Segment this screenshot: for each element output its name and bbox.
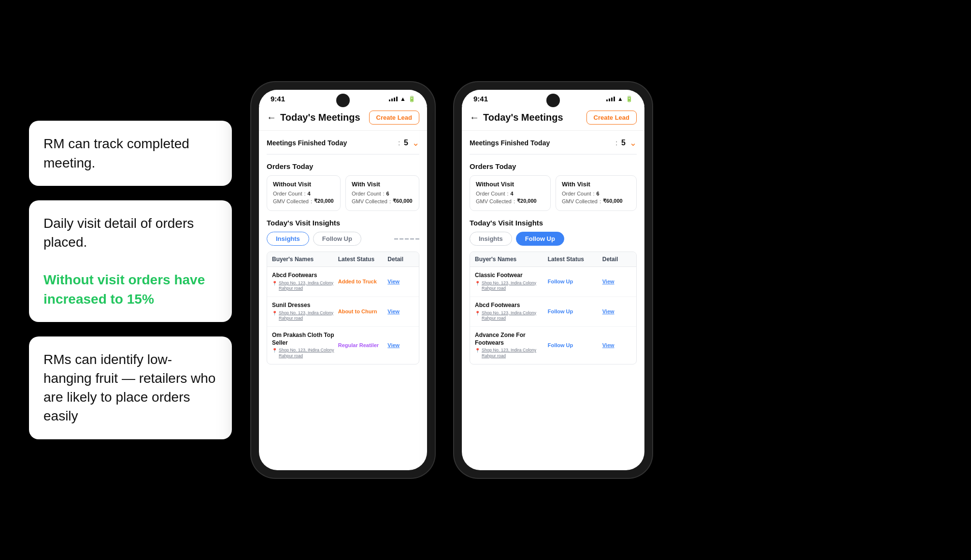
tab-followup-right[interactable]: Follow Up <box>516 232 564 246</box>
card-1: RM can track completed meeting. <box>29 121 232 185</box>
back-button-left[interactable]: ← <box>267 112 276 123</box>
address-text-3-left: Shop No. 123, INdira Colony Rahpur road <box>279 348 338 359</box>
bar2 <box>391 98 393 101</box>
left-cards-container: RM can track completed meeting. Daily vi… <box>29 121 232 439</box>
tab-followup-left[interactable]: Follow Up <box>313 232 361 246</box>
app-header-right: ← Today's Meetings Create Lead <box>462 106 644 131</box>
insights-table-left: Buyer's Names Latest Status Detail Abcd … <box>267 252 419 364</box>
signal-bars-right <box>606 97 615 101</box>
status-3-right: Follow Up <box>548 342 602 348</box>
header-buyers-left: Buyer's Names <box>272 256 338 263</box>
view-link-1-left[interactable]: View <box>387 279 414 284</box>
with-visit-count-label-right: Order Count <box>562 191 591 196</box>
card-3: RMs can identify low-hanging fruit — ret… <box>29 336 232 439</box>
orders-title-right: Orders Today <box>470 162 637 170</box>
with-visit-count-label-left: Order Count <box>352 191 381 196</box>
without-visit-gmv-val-left: ₹20,000 <box>314 198 334 204</box>
signal-bars-left <box>389 97 398 101</box>
view-link-1-right[interactable]: View <box>602 279 631 284</box>
status-icons-left: ▲ 🔋 <box>389 96 415 102</box>
chevron-down-right[interactable]: ⌄ <box>629 138 637 148</box>
buyer-name-1-right: Classic Footwear <box>475 272 548 280</box>
meetings-colon-right: : <box>615 139 617 147</box>
meetings-count-left: 5 <box>404 139 408 147</box>
wifi-icon-right: ▲ <box>617 96 623 102</box>
app-header-left-side: ← Today's Meetings <box>267 112 360 123</box>
main-layout: RM can track completed meeting. Daily vi… <box>0 0 971 560</box>
view-link-3-right[interactable]: View <box>602 342 631 348</box>
bar1 <box>389 99 390 101</box>
back-button-right[interactable]: ← <box>470 112 479 123</box>
address-text-2-left: Shop No. 123, Indira Colony Rahpur road <box>279 310 338 322</box>
buyer-name-1-left: Abcd Footwears <box>272 272 338 280</box>
location-pin-3-left: 📍 <box>272 348 277 353</box>
without-visit-card-right: Without Visit Order Count : 4 GMV Collec… <box>470 175 551 211</box>
without-visit-gmv-val-right: ₹20,000 <box>517 198 537 204</box>
buyer-name-3-left: Om Prakash Cloth Top Seller <box>272 332 338 347</box>
bar3r <box>611 98 613 101</box>
without-visit-title-left: Without Visit <box>273 181 334 188</box>
bar1r <box>606 99 608 101</box>
create-lead-button-right[interactable]: Create Lead <box>586 111 637 125</box>
buyer-address-2-left: 📍 Shop No. 123, Indira Colony Rahpur roa… <box>272 310 338 322</box>
with-visit-count-colon-left: : <box>383 191 385 196</box>
create-lead-button-left[interactable]: Create Lead <box>369 111 419 125</box>
card-3-text: RMs can identify low-hanging fruit — ret… <box>43 352 215 424</box>
view-link-2-right[interactable]: View <box>602 308 631 314</box>
meetings-colon-left: : <box>398 139 400 147</box>
without-visit-card-left: Without Visit Order Count : 4 GMV Collec… <box>267 175 341 211</box>
view-link-2-left[interactable]: View <box>387 308 414 314</box>
table-row: Sunil Dresses 📍 Shop No. 123, Indira Col… <box>267 297 419 327</box>
app-header-right-side: ← Today's Meetings <box>470 112 563 123</box>
battery-icon-right: 🔋 <box>626 96 633 102</box>
table-header-right: Buyer's Names Latest Status Detail <box>470 252 636 267</box>
buyer-name-3-right: Advance Zone For Footwears <box>475 332 548 347</box>
meetings-count-row-right: : 5 ⌄ <box>615 138 637 148</box>
tabs-row-left: Insights Follow Up <box>267 232 419 246</box>
buyer-address-2-right: 📍 Shop No. 123, Indira Colony Rahpur roa… <box>475 310 548 322</box>
without-visit-gmv-row-left: GMV Collected : ₹20,000 <box>273 198 334 204</box>
meetings-label-right: Meetings Finished Today <box>470 139 550 147</box>
app-title-right: Today's Meetings <box>483 112 563 123</box>
tabs-row-right: Insights Follow Up <box>470 232 637 246</box>
location-pin-3-right: 📍 <box>475 348 480 353</box>
view-link-3-left[interactable]: View <box>387 342 414 348</box>
visit-insights-title-left: Today's Visit Insights <box>267 219 419 227</box>
address-text-1-right: Shop No. 123, Indira Colony Rahpur road <box>482 280 548 292</box>
header-detail-left: Detail <box>387 256 414 263</box>
buyer-info-2-right: Abcd Footwears 📍 Shop No. 123, Indira Co… <box>475 302 548 322</box>
address-text-3-right: Shop No. 123, Indira Colony Rahpur road <box>482 348 548 359</box>
orders-title-left: Orders Today <box>267 162 419 170</box>
with-visit-count-row-left: Order Count : 6 <box>352 191 413 196</box>
without-visit-gmv-colon-right: : <box>514 198 515 204</box>
header-status-left: Latest Status <box>338 256 388 263</box>
phone-right-screen: 9:41 ▲ 🔋 ← Today's Meetings <box>462 90 644 470</box>
bar4 <box>396 97 398 101</box>
tab-insights-left[interactable]: Insights <box>267 232 309 246</box>
notch-left <box>336 94 350 107</box>
status-3-left: Regular Reatiler <box>338 342 388 348</box>
tab-insights-right[interactable]: Insights <box>470 232 512 246</box>
with-visit-card-right: With Visit Order Count : 6 GMV Collected… <box>556 175 637 211</box>
with-visit-count-val-left: 6 <box>386 191 389 196</box>
buyer-address-3-left: 📍 Shop No. 123, INdira Colony Rahpur roa… <box>272 348 338 359</box>
status-icons-right: ▲ 🔋 <box>606 96 633 102</box>
meetings-count-row-left: : 5 ⌄ <box>398 138 419 148</box>
location-pin-2-right: 📍 <box>475 311 480 316</box>
address-text-2-right: Shop No. 123, Indira Colony Rahpur road <box>482 310 548 322</box>
without-visit-gmv-label-left: GMV Collected <box>273 198 309 204</box>
with-visit-gmv-val-left: ₹60,000 <box>393 198 413 204</box>
with-visit-gmv-row-left: GMV Collected : ₹60,000 <box>352 198 413 204</box>
visit-insights-title-right: Today's Visit Insights <box>470 219 637 227</box>
card-2-text-before: Daily visit detail of orders placed. <box>43 216 194 250</box>
card-2: Daily visit detail of orders placed. Wit… <box>29 200 232 322</box>
without-visit-count-label-right: Order Count <box>476 191 505 196</box>
chevron-down-left[interactable]: ⌄ <box>412 138 419 148</box>
without-visit-title-right: Without Visit <box>476 181 544 188</box>
with-visit-gmv-row-right: GMV Collected : ₹60,000 <box>562 198 630 204</box>
phone-left-frame: 9:41 ▲ 🔋 ← Today's Meetings <box>251 82 435 478</box>
buyer-info-3-right: Advance Zone For Footwears 📍 Shop No. 12… <box>475 332 548 359</box>
location-pin-1-right: 📍 <box>475 281 480 286</box>
bar2r <box>609 98 610 101</box>
table-row: Om Prakash Cloth Top Seller 📍 Shop No. 1… <box>267 327 419 364</box>
